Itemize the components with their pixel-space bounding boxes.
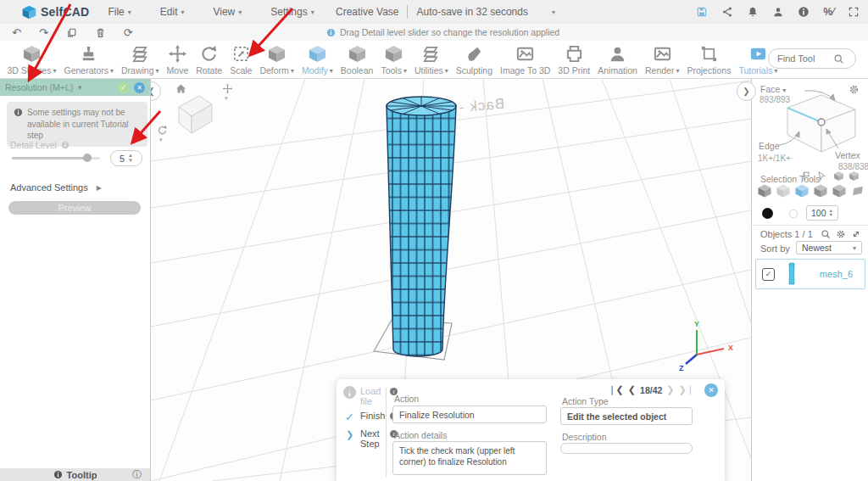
caret-down-icon[interactable]: ▾ [225,95,228,102]
action-type-field[interactable]: Edit the selected object [560,407,693,425]
toolbar-item-3d-print[interactable]: 3D Print [554,41,594,76]
view-cube[interactable] [179,96,212,133]
expand-objects-icon[interactable] [851,229,861,239]
last-page-icon[interactable]: ❯❘ [679,384,694,395]
detail-level-slider[interactable] [12,157,100,159]
detail-level-stepper[interactable]: 5 ▲▼ [110,150,142,166]
toolbar-item-animation[interactable]: Animation [594,41,642,76]
delete-icon[interactable] [95,27,106,38]
selection-size-stepper[interactable]: 100 ▲▼ [806,205,838,221]
preview-button[interactable]: Preview [8,201,141,215]
menu-settings[interactable]: Settings▾ [270,6,314,18]
resolution-panel-header[interactable]: Resolution (M+L) ▼ ✓ ✕ [0,79,150,96]
search-icon[interactable] [833,53,844,64]
toolbar-item-rotate[interactable]: Rotate [192,41,226,76]
properties-panel: ❯ Face ▾ 893/893 Edge 1K+/1K+ Vertex 838… [751,79,868,481]
toolbar-item-modify[interactable]: Modify▾ [298,41,337,76]
cube-select-icon[interactable] [849,171,860,182]
info-icon[interactable] [798,6,810,18]
toolbar-item-generators[interactable]: Generators▾ [60,41,118,76]
flag-icon[interactable] [801,171,812,182]
caret-down-icon[interactable]: ▼ [76,84,83,92]
toolbar-item-image-to-3d[interactable]: Image To 3D [496,41,554,76]
toolbar-item-move[interactable]: Move [163,41,192,76]
reload-icon[interactable]: ⟳ [124,26,133,39]
find-tool-input[interactable] [776,53,828,64]
objects-settings-gear-icon[interactable] [836,229,846,239]
selection-size-value[interactable]: 100 [811,208,826,218]
notifications-bell-icon[interactable] [747,6,759,18]
face-mode-label[interactable]: Face ▾ [760,84,786,94]
copy-icon[interactable] [66,27,77,38]
multi-cube-icon[interactable] [833,171,844,182]
caret-down-icon[interactable]: ▾ [552,8,555,16]
paint-select-color-swatch[interactable] [762,208,773,219]
search-objects-icon[interactable] [821,229,831,239]
cursor-select-icon[interactable] [816,171,827,182]
menu-edit[interactable]: Edit▾ [160,6,185,18]
info-icon[interactable]: ⓘ [132,468,142,481]
vase-mesh[interactable] [387,97,456,356]
toolbar-item-drawing[interactable]: Drawing▾ [118,41,164,76]
toolbar-item-3d-shapes[interactable]: 3D Shapes▾ [3,41,60,76]
project-name[interactable]: Creative Vase [336,6,398,18]
tooltip-bar[interactable]: Tooltip ⓘ [0,468,150,481]
toolbar-item-scale[interactable]: Scale [226,41,256,76]
slider-handle[interactable] [83,154,92,162]
action-field[interactable]: Finalize Resolution [392,405,547,423]
stepper-arrows-icon[interactable]: ▲▼ [829,209,833,218]
soft-selection-icon[interactable] [787,208,799,220]
select-half-icon[interactable] [832,183,847,199]
share-icon[interactable] [721,6,733,18]
object-list-item[interactable]: ✓ mesh_6 [755,259,865,289]
first-page-icon[interactable]: ❘❮ [608,384,623,395]
next-step-button[interactable]: ❯ Next Step i [343,428,398,449]
next-page-icon[interactable]: ❯ [666,384,674,395]
close-dialog-button[interactable]: ✕ [704,383,718,397]
resolution-panel: Resolution (M+L) ▼ ✓ ✕ Some settings may… [0,79,151,481]
select-polygon-icon-active[interactable] [794,183,810,199]
prev-page-icon[interactable]: ❮ [628,384,636,395]
select-ring-icon[interactable] [813,183,828,199]
caret-down-icon[interactable]: ▾ [782,87,786,94]
save-icon[interactable] [696,6,708,18]
select-object-icon[interactable] [757,183,772,199]
caret-down-icon[interactable]: ▾ [159,137,163,143]
find-tool-search[interactable] [768,48,856,69]
finish-step[interactable]: ✓ Finish i [343,411,398,423]
menu-file[interactable]: File▾ [108,6,131,18]
sort-select[interactable]: Newest ▾ [796,241,862,254]
selfcad-logo[interactable]: SelfCAD [22,5,89,20]
fullscreen-icon[interactable] [848,6,860,18]
pan-tool-icon[interactable] [157,125,168,136]
toolbar-item-boolean[interactable]: Boolean [337,41,377,76]
confirm-check-icon[interactable]: ✓ [118,82,129,93]
autosave-status[interactable]: Auto-save in 32 seconds [416,6,527,18]
description-field[interactable] [560,443,693,454]
detail-level-value[interactable]: 5 [120,154,125,164]
select-wireframe-icon[interactable] [776,183,791,199]
toolbar-item-tools[interactable]: Tools▾ [377,41,411,76]
toolbar-item-render[interactable]: Render▾ [641,41,682,76]
collapse-right-panel-button[interactable]: ❯ [737,81,756,101]
advanced-settings-toggle[interactable]: Advanced Settings ▶ [10,182,102,193]
toolbar-item-sculpting[interactable]: Sculpting [452,41,496,76]
action-details-field[interactable]: Tick the check mark (upper left corner) … [392,441,547,475]
stepper-arrows-icon[interactable]: ▲▼ [128,154,133,163]
redo-icon[interactable]: ↷ [39,26,48,39]
toolbar-item-deform[interactable]: Deform▾ [256,41,298,76]
toolbar-item-utilities[interactable]: Utilities▾ [410,41,452,76]
user-icon[interactable] [772,6,784,18]
toolbar-item-projections[interactable]: Projections [683,41,735,76]
select-plane-icon[interactable] [850,183,865,199]
edge-mode-label[interactable]: Edge [759,141,780,151]
camera-mode-icon[interactable] [222,83,233,94]
close-icon[interactable]: ✕ [134,82,145,93]
object-checkbox[interactable]: ✓ [762,268,775,281]
shortcuts-icon[interactable]: %⁄ [823,6,834,18]
vertex-mode-label[interactable]: Vertex [835,150,860,160]
undo-icon[interactable]: ↶ [12,26,21,39]
load-file-step[interactable]: ⭳ Load file i [343,386,398,406]
home-view-icon[interactable] [175,82,187,95]
menu-view[interactable]: View▾ [213,6,242,18]
